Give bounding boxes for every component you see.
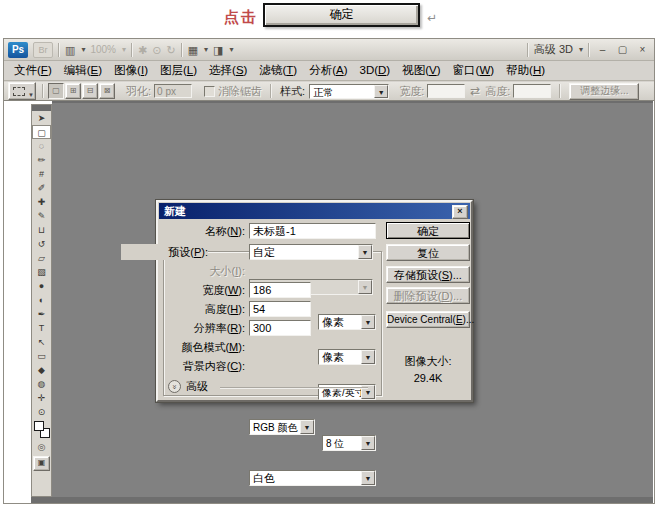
new-document-dialog: 新建 × 名称(N): 未标题-1 预设(P): 自定▼ 大小(I): ▼ 宽度… bbox=[156, 200, 473, 402]
ok-button[interactable]: 确定 bbox=[386, 222, 470, 239]
reset-button[interactable]: 复位 bbox=[386, 244, 470, 261]
photoshop-window: Ps Br ▥ ▾ 100% ▾ ✱ ⊙ ↻ ▦ ▾ ◨ ▾ 高级 3D ▾ –… bbox=[3, 38, 655, 504]
menu-image[interactable]: 图像(I) bbox=[108, 61, 154, 80]
height-unit-dropdown[interactable]: 像素▼ bbox=[318, 349, 376, 365]
background-contents-dropdown[interactable]: 白色▼ bbox=[249, 470, 376, 486]
quick-mask-button[interactable]: ◎ bbox=[32, 441, 51, 454]
menu-file[interactable]: 文件(F) bbox=[8, 61, 58, 80]
dialog-close-button[interactable]: × bbox=[452, 205, 468, 219]
chevron-down-icon: ▾ bbox=[122, 45, 126, 54]
lasso-tool[interactable]: ◌ bbox=[32, 139, 51, 153]
chevron-down-icon: ▼ bbox=[28, 92, 34, 98]
chevron-down-icon[interactable]: ▼ bbox=[361, 436, 375, 450]
menu-select[interactable]: 选择(S) bbox=[203, 61, 253, 80]
chevron-down-icon: ▾ bbox=[230, 45, 234, 54]
subtract-selection-button[interactable]: ⊟ bbox=[82, 83, 98, 99]
height-input[interactable]: 54 bbox=[249, 301, 311, 317]
chevron-down-icon[interactable]: ▼ bbox=[374, 85, 388, 98]
advanced-toggle-button[interactable]: » bbox=[168, 380, 181, 393]
view-extras-icon[interactable]: ▥ bbox=[65, 42, 75, 58]
3d-orbit-tool[interactable]: ◍ bbox=[32, 377, 51, 391]
menu-analysis[interactable]: 分析(A) bbox=[303, 61, 353, 80]
options-bar: ▼ ▢⊞⊟⊠ 羽化: 0 px 消除锯齿 样式: 正常 ▼ 宽度: ⇄ 高度: … bbox=[4, 82, 654, 101]
menu-3d[interactable]: 3D(D) bbox=[354, 61, 397, 80]
divider bbox=[220, 387, 368, 389]
history-brush-tool[interactable]: ↺ bbox=[32, 237, 51, 251]
zoom-level-box: 100% bbox=[90, 44, 116, 55]
chevron-down-icon[interactable]: ▼ bbox=[300, 420, 314, 434]
page: 点击 确定 ↵ Ps Br ▥ ▾ 100% ▾ ✱ ⊙ ↻ ▦ ▾ ◨ ▾ 高… bbox=[0, 0, 657, 506]
return-mark: ↵ bbox=[427, 11, 437, 25]
restore-button[interactable]: ▢ bbox=[615, 42, 630, 58]
intersect-selection-button[interactable]: ⊠ bbox=[99, 83, 115, 99]
foreground-color-swatch[interactable] bbox=[34, 421, 44, 431]
blur-tool[interactable]: ● bbox=[32, 279, 51, 293]
resolution-label: 分辨率(R): bbox=[158, 320, 245, 336]
resolution-input[interactable]: 300 bbox=[249, 320, 311, 336]
chevron-down-icon[interactable]: ▼ bbox=[358, 245, 372, 259]
chevron-down-icon[interactable]: ▼ bbox=[361, 471, 375, 485]
shape-tool[interactable]: ▭ bbox=[32, 349, 51, 363]
bit-depth-dropdown[interactable]: 8 位▼ bbox=[322, 435, 376, 451]
menu-help[interactable]: 帮助(H) bbox=[500, 61, 551, 80]
pen-tool[interactable]: ✒ bbox=[32, 307, 51, 321]
eraser-tool[interactable]: ▱ bbox=[32, 251, 51, 265]
menu-view[interactable]: 视图(V) bbox=[396, 61, 446, 80]
path-selection-tool[interactable]: ↖ bbox=[32, 335, 51, 349]
window-bottom-edge bbox=[31, 497, 653, 503]
new-selection-button[interactable]: ▢ bbox=[48, 83, 64, 99]
eyedropper-tool[interactable]: ✐ bbox=[32, 181, 51, 195]
device-central-button[interactable]: Device Central(E)... bbox=[386, 311, 470, 328]
crop-tool[interactable]: # bbox=[32, 167, 51, 181]
preset-dropdown[interactable]: 自定▼ bbox=[249, 244, 373, 260]
type-tool[interactable]: T bbox=[32, 321, 51, 335]
application-bar: Ps Br ▥ ▾ 100% ▾ ✱ ⊙ ↻ ▦ ▾ ◨ ▾ 高级 3D ▾ –… bbox=[4, 39, 654, 61]
height-field[interactable] bbox=[513, 84, 551, 98]
quick-selection-tool[interactable]: ✏ bbox=[32, 153, 51, 167]
width-input[interactable]: 186 bbox=[249, 282, 311, 298]
close-button[interactable]: × bbox=[635, 42, 650, 58]
color-swatches[interactable] bbox=[32, 419, 51, 441]
gradient-tool[interactable]: ▧ bbox=[32, 265, 51, 279]
3d-rotate-tool[interactable]: ◆ bbox=[32, 363, 51, 377]
save-preset-button[interactable]: 存储预设(S)... bbox=[386, 266, 470, 283]
divider bbox=[270, 84, 272, 98]
rectangular-marquee-tool[interactable]: ▢ bbox=[32, 125, 51, 139]
divider bbox=[527, 43, 529, 57]
tool-preset-picker[interactable]: ▼ bbox=[8, 82, 36, 100]
add-selection-button[interactable]: ⊞ bbox=[65, 83, 81, 99]
brush-tool[interactable]: ✎ bbox=[32, 209, 51, 223]
width-field[interactable] bbox=[427, 84, 465, 98]
name-input[interactable]: 未标题-1 bbox=[249, 223, 376, 239]
clone-stamp-tool[interactable]: ⊔ bbox=[32, 223, 51, 237]
image-size-value: 29.4K bbox=[386, 372, 470, 384]
width-label: 宽度: bbox=[399, 84, 424, 99]
chevron-down-icon[interactable]: ▼ bbox=[361, 350, 375, 364]
color-mode-dropdown[interactable]: RGB 颜色▼ bbox=[249, 419, 315, 435]
healing-brush-tool[interactable]: ✚ bbox=[32, 195, 51, 209]
screen-mode-button[interactable]: ▣ bbox=[33, 456, 50, 471]
hand-tool[interactable]: ✛ bbox=[32, 391, 51, 405]
width-label: 宽度(W): bbox=[158, 282, 245, 298]
menu-edit[interactable]: 编辑(E) bbox=[58, 61, 108, 80]
chevron-down-icon: ▼ bbox=[358, 280, 372, 294]
menu-layer[interactable]: 图层(L) bbox=[154, 61, 203, 80]
width-unit-dropdown[interactable]: 像素▼ bbox=[318, 314, 376, 330]
screen-mode-icon[interactable]: ◨ bbox=[213, 42, 223, 58]
zoom-tool[interactable]: ⊙ bbox=[32, 405, 51, 419]
menu-bar: 文件(F)编辑(E)图像(I)图层(L)选择(S)滤镜(T)分析(A)3D(D)… bbox=[4, 61, 654, 81]
feather-field: 0 px bbox=[154, 84, 192, 98]
feather-label: 羽化: bbox=[126, 84, 151, 99]
style-dropdown[interactable]: 正常 ▼ bbox=[309, 84, 389, 99]
chevron-down-icon[interactable]: ▼ bbox=[361, 315, 375, 329]
menu-window[interactable]: 窗口(W) bbox=[447, 61, 501, 80]
move-tool[interactable]: ➤ bbox=[32, 111, 51, 125]
workspace-switcher[interactable]: 高级 3D bbox=[534, 42, 573, 57]
menu-filter[interactable]: 滤镜(T) bbox=[253, 61, 303, 80]
minimize-button[interactable]: – bbox=[595, 42, 610, 58]
divider bbox=[181, 43, 183, 57]
bridge-button[interactable]: Br bbox=[33, 42, 53, 58]
dodge-tool[interactable]: ◐ bbox=[32, 293, 51, 307]
chevron-down-icon: ▾ bbox=[579, 45, 583, 54]
arrange-documents-icon[interactable]: ▦ bbox=[188, 42, 198, 58]
